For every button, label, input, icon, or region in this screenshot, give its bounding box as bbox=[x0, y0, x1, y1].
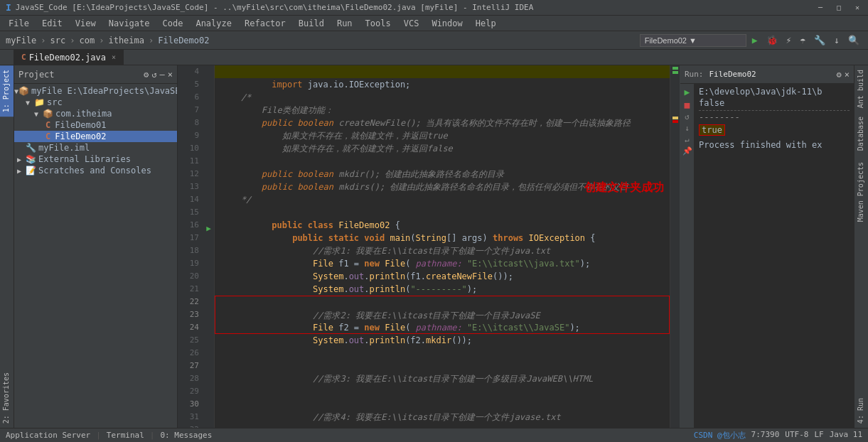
bottom-encoding[interactable]: UTF-8 bbox=[785, 430, 808, 441]
bottom-java[interactable]: Java 11 bbox=[830, 430, 862, 441]
code-line-26[interactable] bbox=[215, 347, 670, 360]
code-line-10[interactable]: 如果文件存在，就不创建文件，并返回false bbox=[215, 142, 670, 155]
scroll-to-end-icon[interactable]: ↓ bbox=[682, 124, 692, 133]
code-line-6[interactable]: /* bbox=[215, 91, 670, 104]
right-tab-run[interactable]: 4: Run bbox=[854, 394, 868, 428]
right-tab-maven[interactable]: Maven Projects bbox=[854, 158, 868, 226]
stop-icon[interactable]: ■ bbox=[682, 99, 692, 110]
right-tab-ant-build[interactable]: Ant build bbox=[854, 65, 868, 112]
settings-nav-icon[interactable]: 🔧 bbox=[811, 33, 828, 47]
editor-content[interactable]: 4 5 6 7 8 9 10 11 12 13 14 15 16 17 18 1… bbox=[178, 65, 680, 428]
tree-item-iml[interactable]: 🔧 myFile.iml bbox=[14, 142, 177, 153]
run-panel-icons: ⚙ × bbox=[837, 70, 850, 80]
soft-wrap-icon[interactable]: ↵ bbox=[682, 135, 692, 144]
menu-navigate[interactable]: Navigate bbox=[103, 17, 156, 30]
code-line-7[interactable]: File类创建功能： bbox=[215, 104, 670, 117]
tree-item-myfile[interactable]: ▼ 📦 myFile E:\IdeaProjects\JavaSE_C bbox=[14, 85, 177, 97]
sidebar-close-icon[interactable]: × bbox=[168, 70, 173, 80]
code-line-22[interactable]: //需求2: 我要在E:\\itcast目录下创建一个目录JavaSE bbox=[215, 296, 670, 308]
code-line-5[interactable] bbox=[215, 78, 670, 91]
tree-item-filedemo02[interactable]: C FileDemo02 bbox=[14, 131, 177, 142]
tree-label-filedemo01: FileDemo01 bbox=[55, 120, 106, 130]
code-line-16[interactable]: public static void main(String[] args) t… bbox=[215, 219, 670, 232]
breadcrumb-filedemo02[interactable]: FileDemo02 bbox=[158, 36, 209, 45]
bottom-line-col[interactable]: 7:7390 bbox=[751, 430, 780, 441]
code-line-11[interactable] bbox=[215, 155, 670, 168]
sidebar-collapse-icon[interactable]: – bbox=[160, 70, 165, 80]
tree-item-scratches[interactable]: ▶ 📝 Scratches and Consoles bbox=[14, 165, 177, 176]
menu-view[interactable]: View bbox=[70, 17, 102, 30]
code-line-8[interactable]: public boolean createNewFile(); 当具有该名称的文… bbox=[215, 117, 670, 129]
code-line-31[interactable] bbox=[215, 411, 670, 424]
sidebar-tab-project[interactable]: 1: Project bbox=[0, 65, 14, 117]
sidebar-sync-icon[interactable]: ↺ bbox=[151, 70, 156, 80]
menu-code[interactable]: Code bbox=[157, 17, 189, 30]
breadcrumb-com[interactable]: com bbox=[80, 36, 95, 45]
search-nav-icon[interactable]: 🔍 bbox=[845, 33, 862, 47]
update-icon[interactable]: ↓ bbox=[831, 33, 842, 47]
breadcrumb-itheima[interactable]: itheima bbox=[108, 36, 144, 45]
menu-file[interactable]: File bbox=[3, 17, 35, 30]
minimize-button[interactable]: ─ bbox=[815, 3, 825, 13]
code-line-20[interactable]: System.out.println("---------"); bbox=[215, 270, 670, 283]
menu-analyze[interactable]: Analyze bbox=[190, 17, 237, 30]
code-line-23[interactable]: File f2 = new File( pathname: "E:\\itcas… bbox=[215, 308, 670, 321]
bottom-messages[interactable]: 0: Messages bbox=[160, 431, 212, 440]
code-line-9[interactable]: 如果文件不存在，就创建文件，并返回true bbox=[215, 129, 670, 142]
run-output-content: E:\develop\Java\jdk-11\b false -------- … bbox=[695, 84, 854, 428]
code-line-24[interactable]: System.out.println(f2.mkdir()); | bbox=[215, 321, 670, 334]
tree-item-src[interactable]: ▼ 📁 src bbox=[14, 97, 177, 108]
bottom-terminal[interactable]: Terminal bbox=[107, 431, 144, 440]
code-line-21[interactable] bbox=[215, 283, 670, 296]
run-settings-icon[interactable]: ⚙ bbox=[837, 70, 842, 80]
menu-edit[interactable]: Edit bbox=[36, 17, 68, 30]
code-line-19[interactable]: System.out.println(f1.createNewFile()); bbox=[215, 257, 670, 270]
run-line-gutter[interactable]: ▶ bbox=[203, 222, 214, 235]
breadcrumb-myfile[interactable]: myFile bbox=[6, 36, 36, 45]
line-num-11: 11 bbox=[178, 155, 203, 168]
code-line-29[interactable] bbox=[215, 385, 670, 398]
code-line-17[interactable]: //需求1: 我要在E:\\itcast目录下创建一个文件java.txt bbox=[215, 232, 670, 244]
pin-tab-icon[interactable]: 📌 bbox=[682, 146, 692, 156]
menu-window[interactable]: Window bbox=[426, 17, 468, 30]
sidebar-tab-favorites[interactable]: 2: Favorites bbox=[0, 368, 14, 428]
run-button[interactable]: ▶ bbox=[749, 33, 761, 47]
right-tab-database[interactable]: Database bbox=[854, 112, 868, 155]
code-line-4[interactable]: import java.io.IOException; bbox=[215, 65, 670, 78]
code-line-18[interactable]: File f1 = new File( pathname: "E:\\itcas… bbox=[215, 244, 670, 257]
menu-vcs[interactable]: VCS bbox=[398, 17, 425, 30]
sidebar-settings-icon[interactable]: ⚙ bbox=[144, 70, 149, 80]
code-line-25[interactable] bbox=[215, 334, 670, 347]
code-line-32[interactable]: } bbox=[215, 424, 670, 428]
bottom-event[interactable]: Application Server bbox=[6, 431, 90, 440]
menu-build[interactable]: Build bbox=[293, 17, 330, 30]
tab-close-icon[interactable]: × bbox=[112, 53, 116, 61]
breadcrumb-src[interactable]: src bbox=[50, 36, 66, 45]
code-line-12[interactable]: public boolean mkdir(); 创建由此抽象路径名命名的目录 bbox=[215, 168, 670, 180]
line-numbers: 4 5 6 7 8 9 10 11 12 13 14 15 16 17 18 1… bbox=[178, 65, 203, 428]
debug-button[interactable]: 🐞 bbox=[763, 33, 781, 47]
menu-run[interactable]: Run bbox=[331, 17, 358, 30]
restore-icon[interactable]: ↺ bbox=[682, 112, 692, 122]
run-config-dropdown[interactable] bbox=[640, 34, 746, 47]
run-close-icon[interactable]: × bbox=[845, 70, 850, 80]
rerun-icon[interactable]: ▶ bbox=[682, 87, 692, 97]
tree-item-external-libs[interactable]: ▶ 📚 External Libraries bbox=[14, 153, 177, 165]
menu-refactor[interactable]: Refactor bbox=[239, 17, 291, 30]
menu-tools[interactable]: Tools bbox=[360, 17, 397, 30]
maximize-button[interactable]: □ bbox=[834, 3, 844, 13]
code-line-15[interactable]: public class FileDemo02 { bbox=[215, 206, 670, 219]
code-line-30[interactable]: //需求4: 我要在E:\\itcast目录下创建一个文件javase.txt bbox=[215, 398, 670, 411]
tab-filedemo02[interactable]: C FileDemo02.java × bbox=[14, 50, 124, 65]
code-lines[interactable]: import java.io.IOException; /* File类创建功能… bbox=[215, 65, 670, 428]
tree-item-com-itheima[interactable]: ▼ 📦 com.itheima bbox=[14, 108, 177, 119]
code-line-27[interactable]: //需求3: 我要在E:\\itcast目录下创建一个多级目录JavaWEB\\… bbox=[215, 360, 670, 372]
code-line-28[interactable] bbox=[215, 372, 670, 385]
close-button[interactable]: ✕ bbox=[852, 3, 862, 13]
profile-button[interactable]: ⚡ bbox=[783, 33, 795, 47]
bottom-lf[interactable]: LF bbox=[814, 430, 823, 441]
menu-bar: File Edit View Navigate Code Analyze Ref… bbox=[0, 16, 868, 31]
tree-item-filedemo01[interactable]: C FileDemo01 bbox=[14, 119, 177, 131]
coverage-button[interactable]: ☂ bbox=[797, 33, 808, 47]
menu-help[interactable]: Help bbox=[470, 17, 502, 30]
